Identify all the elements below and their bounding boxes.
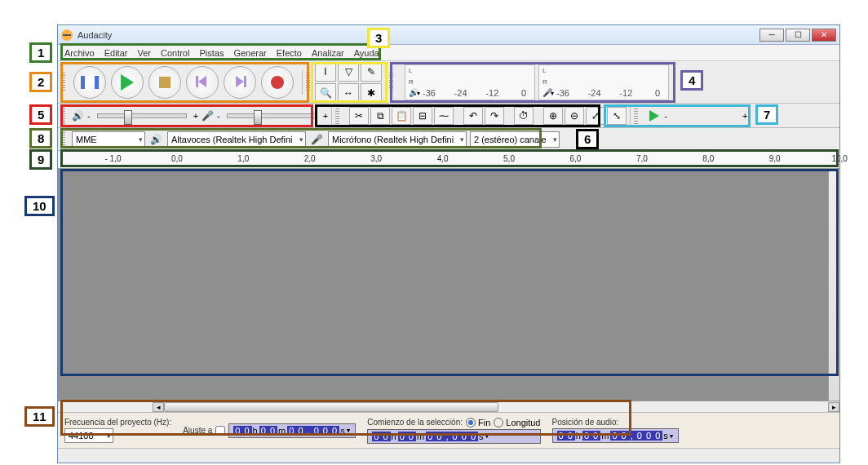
toolbar-grip[interactable] (61, 73, 65, 92)
zoom-in-button[interactable]: ⊕ (543, 107, 563, 125)
skip-end-button[interactable] (224, 66, 256, 99)
timeline-tick: 9,0 (769, 154, 781, 163)
audio-position-label: Posición de audio: (552, 418, 680, 427)
tools-toolbar: I ▽ ✎ 🔍 ↔ ✱ (315, 62, 382, 103)
timeline-tick: 7,0 (636, 154, 648, 163)
silence-button[interactable]: ⁓ (434, 107, 454, 125)
skip-start-button[interactable] (186, 66, 219, 99)
menu-efecto[interactable]: Efecto (277, 48, 302, 58)
output-device-select[interactable]: Altavoces (Realtek High Defini (167, 131, 306, 148)
record-volume-slider[interactable] (227, 113, 317, 118)
meter-l-label: L (542, 67, 546, 74)
toolbar-grip[interactable] (61, 106, 65, 126)
record-meter[interactable]: L R 🎤 ▾ -36 -24 -12 0 (538, 64, 669, 100)
edit-toolbar: ✂ ⧉ 📋 ⊟ ⁓ ↶ ↷ ⏱ ⊕ ⊖ ⤢ ⤡ (349, 107, 627, 125)
meter-dropdown-icon[interactable]: ▾ (417, 90, 420, 97)
callout-2: 2 (29, 72, 52, 92)
audio-host-select[interactable]: MME (72, 131, 145, 148)
zoom-tool[interactable]: 🔍 (315, 83, 336, 103)
selection-start-label: Comienzo de la selección: (367, 418, 463, 427)
timeline-tick: 1,0 (237, 154, 249, 163)
playback-volume-slider[interactable] (97, 113, 187, 118)
timeline-tick: 2,0 (304, 154, 316, 163)
toolbar-grip[interactable] (634, 106, 638, 126)
toolbar-grip[interactable] (61, 130, 65, 149)
maximize-button[interactable] (786, 29, 810, 42)
selection-end-time[interactable]: 0 0h0 0m0 0 , 0 0 0s▾ (367, 429, 540, 444)
meter-toolbar: L R 🔊 ▾ -36 -24 -12 0 L R 🎤 ▾ -36 -24 (405, 64, 669, 100)
sync-lock-button[interactable]: ⏱ (514, 107, 534, 125)
app-window: Audacity Archivo Editar Ver Control Pist… (57, 24, 840, 463)
timeline-tick: 3,0 (370, 154, 382, 163)
toolbar-grip[interactable] (306, 73, 310, 92)
snap-to-checkbox[interactable] (215, 426, 225, 436)
transport-toolbar-row: I ▽ ✎ 🔍 ↔ ✱ L R 🔊 ▾ -36 -24 -12 0 (58, 61, 839, 104)
selection-tool[interactable]: I (315, 62, 336, 82)
input-channels-select[interactable]: 2 (estéreo) canale (470, 131, 560, 148)
audio-position-time[interactable]: 0 0h0 0m0 0 , 0 0 0s▾ (552, 428, 680, 443)
copy-button[interactable]: ⧉ (370, 107, 390, 125)
timeline-tick: 6,0 (569, 154, 581, 163)
multi-tool[interactable]: ✱ (361, 83, 382, 103)
paste-button[interactable]: 📋 (392, 107, 411, 125)
callout-11: 11 (24, 406, 55, 427)
callout-10: 10 (24, 196, 55, 216)
redo-button[interactable]: ↷ (485, 107, 504, 125)
menu-archivo[interactable]: Archivo (64, 48, 95, 58)
pause-icon (81, 76, 99, 89)
skip-end-icon (236, 76, 244, 89)
menu-pistas[interactable]: Pistas (199, 48, 224, 58)
track-area[interactable] (58, 169, 839, 401)
toolbar-grip[interactable] (335, 106, 339, 126)
timeshift-tool[interactable]: ↔ (338, 83, 359, 103)
draw-tool[interactable]: ✎ (361, 62, 382, 82)
pause-button[interactable] (73, 66, 106, 99)
callout-9: 9 (29, 149, 52, 170)
cut-button[interactable]: ✂ (349, 107, 369, 125)
input-device-select[interactable]: Micrófono (Realtek High Defini (328, 131, 467, 148)
play-at-speed-button[interactable] (649, 110, 659, 122)
meter-dropdown-icon[interactable]: ▾ (551, 90, 554, 97)
callout-6: 6 (576, 129, 599, 149)
envelope-tool[interactable]: ▽ (338, 62, 359, 82)
record-button[interactable] (261, 66, 294, 99)
menu-ver[interactable]: Ver (137, 48, 151, 58)
minimize-button[interactable] (760, 29, 784, 42)
vertical-scrollbar[interactable] (828, 169, 839, 401)
snap-to-label: Ajuste a (183, 426, 212, 435)
menu-ayuda[interactable]: Ayuda (354, 48, 379, 58)
playback-meter[interactable]: L R 🔊 ▾ -36 -24 -12 0 (405, 64, 535, 100)
horizontal-scrollbar[interactable]: ◂ ▸ (58, 401, 839, 412)
mixer-edit-row: 🔊 - + 🎤 - + ✂ ⧉ 📋 ⊟ ⁓ ↶ ↷ ⏱ ⊕ ⊖ ⤢ (58, 104, 839, 128)
close-button[interactable] (812, 29, 836, 42)
scroll-left-button[interactable]: ◂ (153, 402, 164, 412)
callout-8: 8 (29, 128, 52, 148)
menubar: Archivo Editar Ver Control Pistas Genera… (58, 45, 839, 61)
timeline-tick: 8,0 (702, 154, 714, 163)
length-radio[interactable] (494, 418, 503, 427)
menu-analizar[interactable]: Analizar (312, 48, 344, 58)
menu-generar[interactable]: Generar (233, 48, 266, 58)
callout-1: 1 (29, 42, 52, 63)
scroll-thumb[interactable] (164, 402, 498, 412)
menu-control[interactable]: Control (161, 48, 189, 58)
selection-start-time[interactable]: 0 0h0 0m0 0 , 0 0 0s▾ (228, 423, 356, 438)
play-button[interactable] (111, 66, 144, 99)
end-radio[interactable] (466, 418, 476, 427)
record-icon (271, 76, 284, 89)
transcription-toolbar: - + (649, 110, 747, 122)
menu-editar[interactable]: Editar (104, 48, 128, 58)
scroll-right-button[interactable]: ▸ (828, 402, 839, 412)
trim-button[interactable]: ⊟ (413, 107, 432, 125)
timeline-tick: - 1,0 (104, 154, 121, 163)
status-bar (58, 448, 839, 463)
zoom-out-button[interactable]: ⊖ (565, 107, 584, 125)
fit-selection-button[interactable]: ⤢ (586, 107, 605, 125)
fit-project-button[interactable]: ⤡ (607, 107, 627, 125)
undo-button[interactable]: ↶ (463, 107, 483, 125)
timeline-ruler[interactable]: - 1,00,01,02,03,04,05,06,07,08,09,010,0 (58, 151, 839, 169)
project-rate-select[interactable]: 44100 (64, 428, 113, 443)
stop-button[interactable] (148, 66, 181, 99)
toolbar-grip[interactable] (389, 73, 393, 92)
microphone-icon: 🎤 (311, 134, 323, 145)
